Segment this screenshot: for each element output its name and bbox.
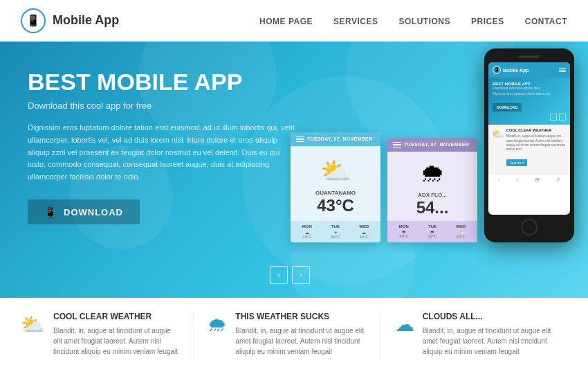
forecast-wed-icon: ☁ — [359, 230, 369, 235]
phone-bottom-nav: ‹ ⌂ ⊞ ↗ — [488, 173, 570, 186]
weather-city-1: GUANTANAMO — [297, 190, 374, 196]
hero-content: BEST MOBILE APP Download this cool app f… — [28, 69, 297, 224]
forecast-tue: TUE ☀ 34°C — [331, 224, 340, 239]
hero-subtitle: Download this cool app for free — [28, 100, 297, 111]
download-label: DOWNLOAD — [64, 207, 123, 217]
phone-prev-arrow[interactable]: ‹ — [550, 114, 557, 121]
forecast-tue-temp: 34°C — [331, 235, 340, 239]
forecast-mon: MON ☁ 20°C — [302, 224, 312, 239]
cool-weather-icon: ⛅ — [21, 313, 45, 336]
weather-forecast-1: MON ☁ 20°C TUE ☀ 34°C WED ☁ 14°C — [291, 221, 380, 242]
phone-logo-text: Mobile App — [503, 68, 529, 73]
feature-sucks-title: THIS WEATHER SUCKS — [235, 312, 366, 321]
feature-clouds-text: CLOUDS ALL... Blandit, in, augue at tinc… — [423, 312, 553, 357]
phone-download-btn[interactable]: DOWNLOAD — [493, 103, 522, 112]
forecast-wed: WED ☁ 14°C — [359, 224, 369, 239]
feature-cool-title: COOL CLEAR WEATHER — [53, 312, 179, 321]
hero-description: Dignissim eros luptatum dolore tation er… — [28, 122, 297, 183]
carousel-prev[interactable]: ‹ — [270, 266, 288, 284]
feature-clouds: ☁ CLOUDS ALL... Blandit, in, augue at ti… — [395, 312, 567, 360]
forecast2-wed-icon: ⛅ — [456, 230, 466, 235]
navbar: 📱 Mobile App HOME PAGE SERVICES SOLUTION… — [0, 0, 588, 42]
phone-icon: 📱 — [44, 206, 57, 217]
phone-mockup: 📱 Mobile App BEST MOBILE APP Download th… — [484, 48, 574, 242]
feature-cool-clear: ⛅ COOL CLEAR WEATHER Blandit, in, augue … — [21, 312, 194, 360]
logo: 📱 Mobile App — [21, 8, 119, 33]
hero-section: BEST MOBILE APP Download this cool app f… — [0, 42, 588, 298]
forecast-mon-icon: ☁ — [302, 230, 312, 235]
phone-hero-desc: Dignissim eros luptatum dolore tation er… — [493, 92, 566, 96]
forecast2-wed: WED ⛅ 22°C — [456, 224, 466, 239]
forecast-wed-temp: 14°C — [359, 235, 369, 239]
weather-card-2-header: TUESDAY, 07. NOVEMBER — [387, 138, 477, 152]
weather-card-1-header: TUESDAY, 07. NOVEMBER — [291, 132, 380, 147]
forecast2-mon: MON 🌧 20°C — [399, 224, 409, 239]
rain-icon: 🌧 — [394, 159, 470, 188]
weather-temp-2: 54... — [394, 198, 470, 217]
nav-solutions[interactable]: SOLUTIONS — [399, 17, 451, 26]
nav-contact[interactable]: CONTACT — [525, 17, 567, 26]
menu-lines-icon-2 — [393, 142, 401, 148]
phone-feature-btn[interactable]: Just do it — [506, 159, 527, 166]
phone-hero-mini: BEST MOBILE APP Download this cool app f… — [488, 78, 570, 125]
phone-feature-icon: ⛅ — [492, 128, 504, 139]
hero-title: BEST MOBILE APP — [28, 69, 297, 95]
forecast2-tue: TUE 🌧 18°C — [428, 224, 437, 239]
carousel-next[interactable]: › — [292, 266, 310, 284]
phone-feature-section: ⛅ COOL CLEAR WEATHER Blandit, in, augue … — [488, 125, 570, 173]
phone-back-icon[interactable]: ‹ — [498, 177, 500, 183]
feature-cool-desc: Blandit, in, augue at tincidunt ut augue… — [53, 326, 179, 357]
phone-share-icon[interactable]: ↗ — [555, 177, 560, 183]
sun-cloud-icon: ⛅ — [297, 157, 374, 186]
feature-clouds-title: CLOUDS ALL... — [423, 312, 553, 321]
weather-card-2-body: 🌧 ADX FLO... 54... — [387, 152, 477, 221]
download-button[interactable]: 📱 DOWNLOAD — [28, 199, 140, 224]
phone-speaker — [519, 55, 540, 58]
forecast-mon-temp: 20°C — [302, 235, 312, 239]
nav-prices[interactable]: PRICES — [471, 17, 504, 26]
forecast-tue-icon: ☀ — [331, 230, 340, 235]
weather-card-2-date: TUESDAY, 07. NOVEMBER — [404, 142, 469, 147]
weather-forecast-2: MON 🌧 20°C TUE 🌧 18°C WED ⛅ 22°C — [387, 221, 477, 242]
nav-services[interactable]: SERVICES — [333, 17, 378, 26]
feature-cool-text: COOL CLEAR WEATHER Blandit, in, augue at… — [53, 312, 179, 357]
clouds-icon: ☁ — [395, 313, 414, 336]
phone-feature-title: COOL CLEAR WEATHER — [506, 128, 567, 132]
phone-hero-sub: Download this cool app for free — [493, 86, 566, 90]
hero-phones: TUESDAY, 07. NOVEMBER ⛅ GUANTANAMO 43°C … — [291, 48, 574, 242]
phone-logo: 📱 Mobile App — [493, 66, 529, 74]
forecast-mon-day: MON — [302, 224, 312, 229]
logo-icon: 📱 — [21, 8, 46, 33]
phone-home-icon[interactable]: ⌂ — [515, 177, 519, 183]
phone-grid-icon[interactable]: ⊞ — [535, 177, 540, 183]
phone-next-arrow[interactable]: › — [559, 114, 566, 121]
nav-links: HOME PAGE SERVICES SOLUTIONS PRICES CONT… — [259, 15, 567, 27]
forecast-wed-day: WED — [359, 224, 369, 229]
features-section: ⛅ COOL CLEAR WEATHER Blandit, in, augue … — [0, 298, 588, 374]
feature-weather-sucks: 🌧 THIS WEATHER SUCKS Blandit, in, augue … — [208, 312, 380, 360]
menu-lines-icon — [296, 136, 304, 143]
logo-text: Mobile App — [53, 13, 119, 28]
weather-city-2: ADX FLO... — [394, 192, 470, 198]
nav-home[interactable]: HOME PAGE — [259, 17, 313, 26]
feature-sucks-text: THIS WEATHER SUCKS Blandit, in, augue at… — [235, 312, 366, 357]
phone-nav-arrows: ‹ › — [493, 114, 566, 121]
weather-card-1-date: TUESDAY, 07. NOVEMBER — [307, 136, 372, 141]
phone-menu-icon — [559, 68, 566, 72]
feature-sucks-desc: Blandit, in, augue at tincidunt ut augue… — [235, 326, 366, 357]
forecast-tue-day: TUE — [331, 224, 340, 229]
weather-temp-1: 43°C — [297, 196, 374, 215]
carousel-arrows: ‹ › — [270, 266, 310, 284]
phone-logo-icon: 📱 — [493, 66, 501, 74]
phone-header: 📱 Mobile App — [488, 62, 570, 78]
weather-card-2: TUESDAY, 07. NOVEMBER 🌧 ADX FLO... 54...… — [387, 138, 477, 243]
weather-card-1-body: ⛅ GUANTANAMO 43°C — [291, 146, 380, 221]
phone-feature-text: Blandit, in, augue at tincidunt augue es… — [506, 134, 567, 152]
feature-clouds-desc: Blandit, in, augue at tincidunt ut augue… — [423, 326, 553, 357]
phone-home-button[interactable] — [521, 219, 538, 235]
phone-screen: 📱 Mobile App BEST MOBILE APP Download th… — [488, 62, 570, 215]
bad-weather-icon: 🌧 — [208, 313, 227, 336]
weather-card-1: TUESDAY, 07. NOVEMBER ⛅ GUANTANAMO 43°C … — [291, 132, 380, 243]
